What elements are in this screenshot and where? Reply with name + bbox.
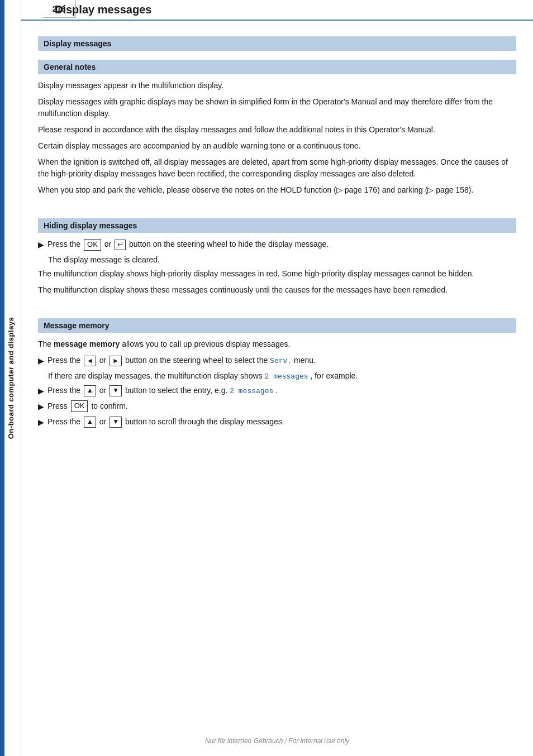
mem-b2-colored: 2 messages — [230, 387, 273, 395]
mem-b1-post1: button on the steering wheel to select t… — [125, 356, 268, 365]
mem-b1-sub-colored: 2 messages — [265, 372, 308, 381]
ok-button-box-1: OK — [84, 239, 101, 251]
general-para-4: Certain display messages are accompanied… — [38, 140, 516, 152]
header-bar: 216 Display messages — [21, 0, 533, 21]
memory-bullet-3: ▶ Press OK to confirm. — [38, 400, 516, 413]
general-para-5: When the ignition is switched off, all d… — [38, 156, 516, 180]
section-general-header: General notes — [38, 60, 516, 74]
memory-bullet-arrow-1: ▶ — [38, 355, 44, 367]
mem-b3-pre: Press — [47, 401, 68, 410]
ok-button-box-2: OK — [71, 400, 88, 412]
mem-b4-pre: Press the — [47, 417, 80, 426]
general-para-1: Display messages appear in the multifunc… — [38, 80, 516, 92]
down-button-box-2: ▼ — [110, 417, 122, 428]
memory-bullet-4: ▶ Press the ▲ or ▼ button to scroll thro… — [38, 416, 516, 428]
memory-bullet-arrow-2: ▶ — [38, 385, 44, 397]
sidebar-label: On-board computer and displays — [6, 317, 15, 439]
memory-bullet-1: ▶ Press the ◄ or ► button on the steerin… — [38, 355, 516, 367]
mem-b4-post: button to scroll through the display mes… — [125, 417, 284, 426]
mem-b2-post2: . — [275, 386, 278, 395]
right-button-box: ► — [110, 356, 122, 367]
back-button-box: ↩ — [115, 240, 126, 251]
down-button-box-1: ▼ — [110, 385, 122, 396]
memory-bullet-2: ▶ Press the ▲ or ▼ button to select the … — [38, 385, 516, 397]
serv-menu-text: Serv. — [270, 357, 292, 365]
sidebar: On-board computer and displays — [0, 0, 21, 756]
section-memory-title: Message memory — [44, 321, 110, 330]
memory-bullet-1-content: Press the ◄ or ► button on the steering … — [47, 355, 516, 367]
up-button-box-2: ▲ — [84, 417, 96, 428]
memory-bullet-arrow-4: ▶ — [38, 417, 44, 428]
memory-intro-pre: The — [38, 339, 54, 348]
sidebar-blue-bar — [0, 0, 4, 756]
content-body: Display messages General notes Display m… — [21, 21, 533, 443]
footer-text: Nur für internen Gebrauch / For internal… — [205, 737, 349, 745]
memory-bullet-2-content: Press the ▲ or ▼ button to select the en… — [47, 385, 516, 397]
mem-b3-post: to confirm. — [91, 401, 127, 410]
general-para-6: When you stop and park the vehicle, plea… — [38, 184, 516, 196]
section-hiding-header: Hiding display messages — [38, 218, 516, 233]
section-memory-header: Message memory — [38, 318, 516, 333]
hiding-bullet-post: button on the steering wheel to hide the… — [129, 240, 329, 248]
general-para-3: Please respond in accordance with the di… — [38, 124, 516, 136]
memory-bullet-3-content: Press OK to confirm. — [47, 400, 516, 413]
left-button-box: ◄ — [84, 356, 96, 367]
mem-b1-mid1: or — [99, 356, 108, 365]
hiding-bullet-1: ▶ Press the OK or ↩ button on the steeri… — [38, 238, 516, 251]
hiding-bullet-pre: Press the — [47, 240, 80, 248]
page-number-area: 216 — [42, 0, 76, 18]
memory-intro: The message memory allows you to call up… — [38, 338, 516, 350]
memory-intro-post: allows you to call up previous display m… — [120, 339, 290, 348]
footer: Nur für internen Gebrauch / For internal… — [21, 737, 533, 745]
bullet-arrow-1: ▶ — [38, 239, 44, 251]
mem-b1-pre: Press the — [47, 356, 80, 365]
hiding-para-2: The multifunction display shows these me… — [38, 284, 516, 296]
memory-bullet-arrow-3: ▶ — [38, 401, 44, 413]
general-para-2: Display messages with graphic displays m… — [38, 96, 516, 119]
hiding-bullet-1-content: Press the OK or ↩ button on the steering… — [47, 238, 516, 251]
main-content: 216 Display messages Display messages Ge… — [21, 0, 533, 756]
memory-intro-bold: message memory — [54, 339, 120, 348]
memory-bullet-1-sub: If there are display messages, the multi… — [48, 370, 516, 382]
page-number: 216 — [53, 4, 65, 13]
mem-b1-sub-post: , for example. — [310, 371, 358, 380]
hiding-para-1: The multifunction display shows high-pri… — [38, 268, 516, 280]
hiding-bullet-mid1: or — [104, 240, 113, 248]
hiding-bullet-1-sub: The display message is cleared. — [48, 254, 516, 266]
mem-b2-pre: Press the — [47, 386, 80, 395]
mem-b2-post1: button to select the entry, e.g. — [125, 386, 227, 395]
section-hiding-title: Hiding display messages — [44, 221, 137, 230]
mem-b1-post2: menu. — [294, 356, 316, 365]
section-general-title: General notes — [44, 63, 96, 71]
section-display-messages-header: Display messages — [38, 36, 516, 51]
mem-b1-sub-pre: If there are display messages, the multi… — [48, 371, 263, 380]
section-display-messages-title: Display messages — [44, 39, 111, 48]
memory-bullet-4-content: Press the ▲ or ▼ button to scroll throug… — [47, 416, 516, 428]
mem-b2-mid1: or — [99, 386, 108, 395]
mem-b4-mid1: or — [99, 417, 108, 426]
up-button-box-1: ▲ — [84, 385, 96, 396]
